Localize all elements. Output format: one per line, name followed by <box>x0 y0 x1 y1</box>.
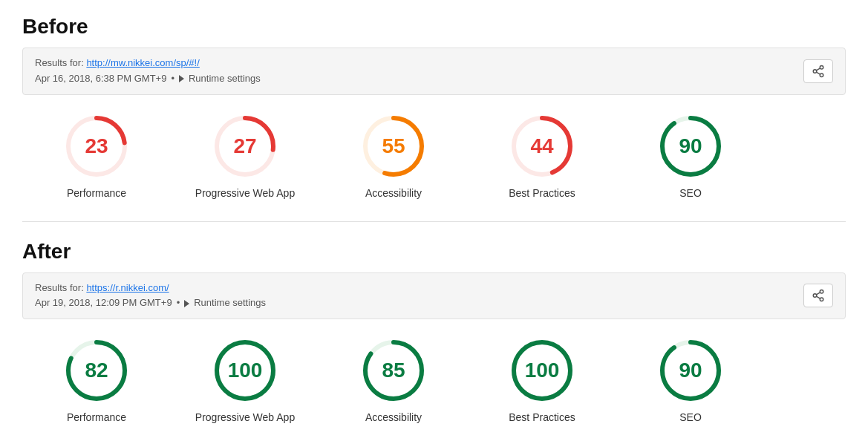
score-label: Best Practices <box>509 187 575 199</box>
score-number: 100 <box>228 359 263 382</box>
score-item: 85Accessibility <box>319 337 468 423</box>
section-divider <box>22 221 846 222</box>
score-item: 82Performance <box>22 337 171 423</box>
score-label: SEO <box>679 411 702 423</box>
score-number: 23 <box>85 134 108 158</box>
before-results-info: Results for: http://mw.nikkei.com/sp/#!/… <box>35 56 261 87</box>
after-title: After <box>22 240 846 264</box>
after-results-meta: Apr 19, 2018, 12:09 PM GMT+9 • Runtime s… <box>35 295 266 311</box>
before-share-button[interactable] <box>803 59 833 83</box>
score-label: Progressive Web App <box>195 187 295 199</box>
after-scores-row: 82Performance100Progressive Web App85Acc… <box>22 337 846 423</box>
before-scores-row: 23Performance27Progressive Web App55Acce… <box>22 113 846 199</box>
score-number: 55 <box>382 134 405 158</box>
dot-separator-after: • <box>177 295 180 311</box>
after-section: After Results for: https://r.nikkei.com/… <box>22 240 846 424</box>
svg-point-15 <box>820 290 823 294</box>
before-url-link[interactable]: http://mw.nikkei.com/sp/#!/ <box>86 57 199 68</box>
svg-point-0 <box>820 65 823 69</box>
score-circle-container: 90 <box>657 113 724 180</box>
before-runtime-settings[interactable]: Runtime settings <box>189 71 261 87</box>
after-results-info: Results for: https://r.nikkei.com/ Apr 1… <box>35 281 266 312</box>
score-circle-container: 82 <box>63 337 130 404</box>
score-label: Performance <box>67 187 126 199</box>
after-share-icon <box>812 289 825 302</box>
after-runtime-settings[interactable]: Runtime settings <box>194 295 266 311</box>
after-results-label: Results for: <box>35 282 84 293</box>
svg-line-4 <box>816 68 820 71</box>
before-results-url-line: Results for: http://mw.nikkei.com/sp/#!/ <box>35 56 261 71</box>
svg-line-3 <box>816 72 820 74</box>
score-circle-container: 100 <box>212 337 278 404</box>
before-results-label: Results for: <box>35 57 84 68</box>
score-label: Accessibility <box>365 187 422 199</box>
after-results-url-line: Results for: https://r.nikkei.com/ <box>35 281 266 296</box>
after-results-bar: Results for: https://r.nikkei.com/ Apr 1… <box>22 272 846 320</box>
runtime-arrow-icon[interactable] <box>179 75 184 82</box>
before-results-meta: Apr 16, 2018, 6:38 PM GMT+9 • Runtime se… <box>35 71 261 87</box>
score-number: 85 <box>382 359 405 382</box>
after-share-button[interactable] <box>803 284 833 307</box>
after-date: Apr 19, 2018, 12:09 PM GMT+9 <box>35 295 172 311</box>
before-date: Apr 16, 2018, 6:38 PM GMT+9 <box>35 71 166 87</box>
score-number: 90 <box>679 134 702 158</box>
score-circle-container: 100 <box>509 337 575 404</box>
score-item: 44Best Practices <box>468 113 616 199</box>
score-circle-container: 55 <box>360 113 427 180</box>
score-number: 44 <box>530 134 553 158</box>
score-number: 27 <box>233 134 256 158</box>
after-runtime-arrow-icon[interactable] <box>184 300 189 307</box>
score-item: 90SEO <box>616 113 765 199</box>
score-item: 100Best Practices <box>468 337 616 423</box>
score-circle-container: 90 <box>657 337 724 404</box>
score-circle-container: 23 <box>63 113 130 180</box>
score-item: 23Performance <box>22 113 171 199</box>
score-label: Performance <box>67 411 126 423</box>
svg-point-1 <box>813 70 817 74</box>
svg-point-2 <box>820 74 823 77</box>
score-label: Best Practices <box>509 411 575 423</box>
score-circle-container: 27 <box>212 113 278 180</box>
score-item: 27Progressive Web App <box>171 113 319 199</box>
score-item: 100Progressive Web App <box>171 337 319 423</box>
svg-point-16 <box>813 294 817 298</box>
before-results-bar: Results for: http://mw.nikkei.com/sp/#!/… <box>22 48 846 95</box>
share-icon <box>812 65 825 78</box>
score-label: Accessibility <box>365 411 422 423</box>
score-number: 90 <box>679 359 702 382</box>
score-item: 90SEO <box>616 337 765 423</box>
after-url-link[interactable]: https://r.nikkei.com/ <box>86 282 169 293</box>
score-item: 55Accessibility <box>319 113 468 199</box>
score-label: Progressive Web App <box>195 411 295 423</box>
svg-line-19 <box>816 293 820 295</box>
before-section: Before Results for: http://mw.nikkei.com… <box>22 15 846 199</box>
svg-point-17 <box>820 298 823 301</box>
before-title: Before <box>22 15 846 39</box>
score-number: 82 <box>85 359 108 382</box>
score-circle-container: 44 <box>509 113 575 180</box>
score-number: 100 <box>525 359 560 382</box>
score-circle-container: 85 <box>360 337 427 404</box>
svg-line-18 <box>816 297 820 299</box>
score-label: SEO <box>679 187 702 199</box>
dot-separator: • <box>171 71 174 87</box>
